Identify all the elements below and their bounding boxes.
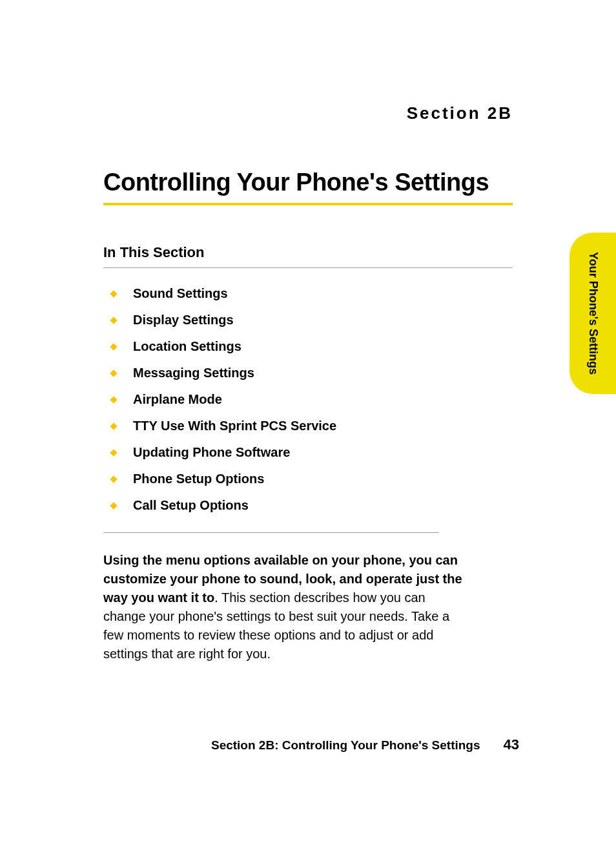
toc-list: Sound Settings Display Settings Location… xyxy=(103,286,513,513)
toc-item: Call Setup Options xyxy=(111,498,513,513)
footer: Section 2B: Controlling Your Phone's Set… xyxy=(0,736,616,753)
toc-item: Display Settings xyxy=(111,313,513,328)
toc-item: Updating Phone Software xyxy=(111,445,513,460)
toc-item: Phone Setup Options xyxy=(111,472,513,486)
page-title: Controlling Your Phone's Settings xyxy=(103,169,513,205)
side-tab: Your Phone's Settings xyxy=(570,233,616,394)
toc-item: Location Settings xyxy=(111,339,513,354)
toc-item: TTY Use With Sprint PCS Service xyxy=(111,419,513,433)
footer-page-number: 43 xyxy=(504,736,519,753)
toc-label: Display Settings xyxy=(133,313,234,328)
toc-item: Messaging Settings xyxy=(111,366,513,380)
side-tab-text: Your Phone's Settings xyxy=(586,252,600,375)
toc-label: TTY Use With Sprint PCS Service xyxy=(133,419,336,433)
toc-label: Sound Settings xyxy=(133,286,228,301)
diamond-icon xyxy=(110,475,117,483)
page-content: Section 2B Controlling Your Phone's Sett… xyxy=(0,0,616,663)
diamond-icon xyxy=(110,396,117,403)
diamond-icon xyxy=(110,422,117,430)
divider xyxy=(103,532,439,533)
toc-label: Location Settings xyxy=(133,339,241,354)
section-label: Section 2B xyxy=(103,103,513,123)
toc-label: Phone Setup Options xyxy=(133,472,264,486)
toc-item: Airplane Mode xyxy=(111,392,513,407)
toc-label: Updating Phone Software xyxy=(133,445,290,460)
diamond-icon xyxy=(110,343,117,350)
footer-title: Section 2B: Controlling Your Phone's Set… xyxy=(211,738,480,753)
diamond-icon xyxy=(110,317,117,324)
toc-label: Call Setup Options xyxy=(133,498,249,513)
body-paragraph: Using the menu options available on your… xyxy=(103,551,465,663)
toc-label: Airplane Mode xyxy=(133,392,222,407)
diamond-icon xyxy=(110,369,117,377)
diamond-icon xyxy=(110,502,117,509)
diamond-icon xyxy=(110,290,117,297)
diamond-icon xyxy=(110,449,117,456)
toc-label: Messaging Settings xyxy=(133,366,254,380)
subsection-title: In This Section xyxy=(103,244,513,268)
toc-item: Sound Settings xyxy=(111,286,513,301)
